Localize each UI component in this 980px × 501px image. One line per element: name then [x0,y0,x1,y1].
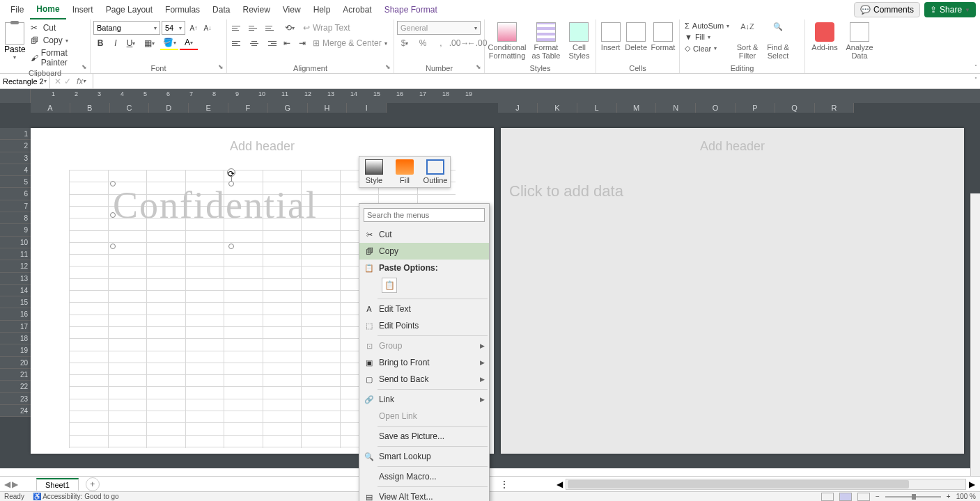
confidential-shape[interactable]: ⟳ Confidential [113,184,350,246]
font-size-combo[interactable]: 54▾ [162,21,185,35]
column-header-A[interactable]: A [31,103,70,113]
share-button[interactable]: ⇪ Share ▼ [924,2,976,17]
column-header-F[interactable]: F [228,103,268,113]
cell-styles-button[interactable]: Cell Styles [566,21,593,61]
horizontal-scrollbar[interactable]: ◀▶ [566,479,966,490]
align-left-button[interactable] [230,36,245,50]
decrease-indent-button[interactable]: ⇤ [280,36,294,50]
mini-style-button[interactable]: Style [362,159,386,184]
clear-button[interactable]: ◇Clear▾ [683,43,731,54]
resize-handle-w[interactable] [110,212,116,218]
row-header-2[interactable]: 2 [0,140,31,152]
tab-page-layout[interactable]: Page Layout [100,0,159,19]
column-header-M[interactable]: M [617,103,657,113]
collapse-ribbon-button[interactable]: ˅ [974,64,977,70]
normal-view-button[interactable] [821,493,834,501]
add-sheet-button[interactable]: + [86,477,100,491]
paste-option-button[interactable]: 📋 [382,278,397,293]
copy-button[interactable]: Copy ▾ [29,35,87,46]
wrap-text-button[interactable]: ↩Wrap Text [301,21,352,35]
resize-handle-n[interactable] [228,181,234,186]
row-header-11[interactable]: 11 [0,248,31,260]
column-header-P[interactable]: P [736,103,775,113]
fill-button[interactable]: ▼Fill▾ [683,32,731,42]
zoom-in-button[interactable]: + [947,493,951,500]
page-layout-view-button[interactable] [839,493,852,501]
column-header-H[interactable]: H [308,103,348,113]
hscroll-thumb[interactable] [568,480,909,488]
scroll-left-button[interactable]: ◀ [557,479,563,489]
page-break-view-button[interactable] [857,493,870,501]
row-header-4[interactable]: 4 [0,164,31,176]
bold-button[interactable]: B [93,36,107,50]
addins-button[interactable]: Add-ins [808,21,841,53]
tab-acrobat[interactable]: Acrobat [336,0,378,19]
paste-button[interactable]: Paste ▾ [3,21,27,62]
increase-font-button[interactable]: A↑ [187,21,201,35]
row-header-22[interactable]: 22 [0,381,31,392]
row-header-10[interactable]: 10 [0,237,31,248]
tab-file[interactable]: File [4,0,30,19]
column-header-G[interactable]: G [268,103,308,113]
header-placeholder[interactable]: Add header [31,128,494,159]
number-dialog-launcher[interactable]: ⬊ [474,63,483,72]
column-header-D[interactable]: D [149,103,189,113]
vertical-scrollbar[interactable] [970,193,980,501]
cut-button[interactable]: Cut [29,22,87,33]
column-header-R[interactable]: R [815,103,855,113]
row-header-24[interactable]: 24 [0,405,31,417]
analyze-data-button[interactable]: Analyze Data [843,21,876,61]
align-bottom-button[interactable] [263,21,279,35]
zoom-slider[interactable] [885,496,941,498]
fill-color-button[interactable]: 🪣▾ [160,36,178,50]
rotate-handle[interactable]: ⟳ [227,168,235,177]
percent-format-button[interactable]: % [415,36,430,50]
header-placeholder-2[interactable]: Add header [501,128,964,159]
align-center-button[interactable] [247,36,262,50]
resize-handle-nw[interactable] [110,181,116,186]
cm-save-as-picture[interactable]: Save as Picture... [359,428,489,445]
row-header-13[interactable]: 13 [0,273,31,285]
cm-send-to-back[interactable]: ▢Send to Back▶ [359,371,489,388]
format-cells-button[interactable]: Format [650,21,676,53]
decrease-decimal-button[interactable]: ←.00 [469,36,485,50]
italic-button[interactable]: I [109,36,123,50]
sheet-nav-prev[interactable]: ◀ [4,479,10,489]
column-header-E[interactable]: E [189,103,228,113]
borders-button[interactable]: ▦▾ [139,36,159,50]
row-header-14[interactable]: 14 [0,285,31,296]
scroll-right-button[interactable]: ▶ [969,479,975,489]
mini-outline-button[interactable]: Outline [423,159,447,184]
column-header-K[interactable]: K [538,103,577,113]
orientation-button[interactable]: ⟲▾ [280,21,300,35]
resize-handle-sw[interactable] [110,244,116,249]
cm-cut[interactable]: ✂Cut [359,226,489,243]
clipboard-dialog-launcher[interactable]: ⬊ [80,63,88,72]
accounting-format-button[interactable]: $▾ [397,36,412,50]
autosum-button[interactable]: ΣAutoSum▾ [683,21,731,31]
row-header-7[interactable]: 7 [0,200,31,212]
zoom-out-button[interactable]: − [876,493,880,500]
cm-link[interactable]: 🔗Link▶ [359,391,489,408]
zoom-level[interactable]: 100 % [956,493,976,500]
row-header-17[interactable]: 17 [0,321,31,333]
increase-indent-button[interactable]: ⇥ [295,36,309,50]
row-header-6[interactable]: 6 [0,188,31,200]
align-middle-button[interactable] [247,21,262,35]
context-menu-search[interactable] [364,208,485,222]
find-select-button[interactable]: 🔍Find & Select [763,21,793,61]
column-header-J[interactable]: J [498,103,538,113]
row-header-9[interactable]: 9 [0,224,31,236]
tab-review[interactable]: Review [236,0,276,19]
format-as-table-button[interactable]: Format as Table [528,21,564,61]
cm-edit-points[interactable]: ⬚Edit Points [359,317,489,334]
tab-insert[interactable]: Insert [66,0,100,19]
row-header-23[interactable]: 23 [0,393,31,405]
comments-button[interactable]: 💬 Comments [854,2,920,17]
select-all-corner[interactable] [0,89,31,103]
insert-cells-button[interactable]: Insert [599,21,622,53]
font-color-button[interactable]: A▾ [180,36,198,50]
cm-view-alt-text[interactable]: ▤View Alt Text... [359,488,489,501]
tab-home[interactable]: Home [30,0,65,19]
delete-cells-button[interactable]: Delete [623,21,648,53]
